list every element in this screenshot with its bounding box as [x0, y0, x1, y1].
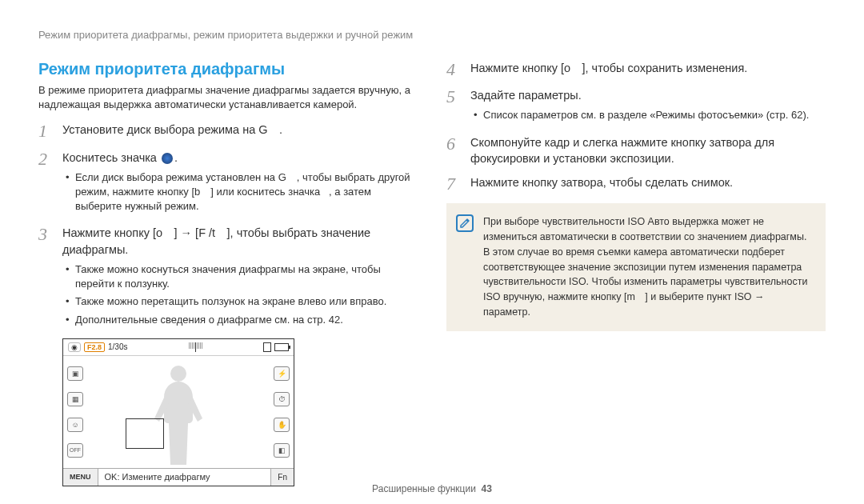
step-7: 7 Нажмите кнопку затвора, чтобы сделать …: [446, 174, 826, 194]
metering-icon: ◧: [274, 443, 290, 458]
camera-lcd-mockup: ◉ F2.8 1/30s ▣ ▦ ☺ OFF: [62, 338, 294, 486]
aperture-value: F2.8: [84, 342, 105, 352]
note-text: При выборе чувствительности ISO Авто выд…: [483, 214, 813, 319]
step-text-post: .: [174, 151, 178, 164]
step-2: 2 Коснитесь значка . Если диск выбора ре…: [38, 150, 418, 218]
step-4: 4 Нажмите кнопку [o ], чтобы сохранить и…: [446, 60, 826, 79]
section-heading: Режим приоритета диафрагмы: [38, 60, 418, 78]
step-3: 3 Нажмите кнопку [o ] → [F /t ], чтобы в…: [38, 225, 418, 330]
step-number: 2: [38, 150, 54, 218]
step-number: 3: [38, 225, 54, 330]
step-text: Задайте параметры. Список параметров см.…: [470, 87, 826, 126]
lcd-viewfinder: [87, 356, 270, 468]
step-subitem: Дополнительные сведения о диафрагме см. …: [66, 313, 418, 327]
step-subitem: Если диск выбора режима установлен на G …: [66, 170, 418, 214]
step-text: Нажмите кнопку [o ], чтобы сохранить изм…: [470, 60, 826, 79]
shutter-value: 1/30s: [108, 342, 127, 351]
step-text: Коснитесь значка . Если диск выбора режи…: [62, 150, 418, 218]
intro-text: В режиме приоритета диафрагмы значение д…: [38, 83, 418, 112]
step-text-pre: Коснитесь значка: [62, 151, 160, 164]
person-silhouette-icon: [146, 362, 210, 466]
step-text: Нажмите кнопку [o ] → [F /t ], чтобы выб…: [62, 225, 418, 330]
face-detect-icon: ☺: [67, 418, 83, 432]
photo-size-icon: ▦: [67, 392, 83, 406]
step-1: 1 Установите диск выбора режима на G .: [38, 122, 418, 141]
page-number: 43: [482, 483, 492, 494]
lcd-left-icons: ▣ ▦ ☺ OFF: [63, 356, 87, 468]
off-toggle-icon: OFF: [67, 443, 83, 458]
drive-mode-icon: ▣: [67, 366, 83, 381]
right-column: 4 Нажмите кнопку [o ], чтобы сохранить и…: [446, 60, 826, 486]
lcd-top-bar: ◉ F2.8 1/30s: [63, 339, 294, 356]
card-icon: [263, 342, 271, 352]
mode-icon: [162, 153, 173, 164]
info-note: При выборе чувствительности ISO Авто выд…: [446, 203, 826, 330]
step-text-main: Задайте параметры.: [470, 89, 582, 102]
note-pencil-icon: [456, 214, 474, 232]
timer-icon: ⏱: [274, 392, 290, 406]
breadcrumb: Режим приоритета диафрагмы, режим приори…: [38, 29, 826, 41]
step-number: 1: [38, 122, 54, 141]
step-text: Нажмите кнопку затвора, чтобы сделать сн…: [470, 174, 826, 194]
mode-badge-icon: ◉: [68, 342, 81, 352]
step-5: 5 Задайте параметры. Список параметров с…: [446, 87, 826, 126]
step-text: Установите диск выбора режима на G .: [62, 122, 418, 141]
page-footer: Расширенные функции 43: [0, 483, 864, 494]
svg-point-0: [170, 366, 186, 382]
step-6: 6 Скомпонуйте кадр и слегка нажмите кноп…: [446, 134, 826, 167]
step-subitem: Список параметров см. в разделе «Режимы …: [474, 108, 826, 122]
step-subitem: Также можно коснуться значения диафрагмы…: [66, 262, 418, 291]
exposure-scale-icon: [130, 342, 260, 352]
left-column: Режим приоритета диафрагмы В режиме прио…: [38, 60, 418, 486]
footer-section: Расширенные функции: [372, 483, 476, 494]
step-number: 4: [446, 60, 462, 79]
step-text: Скомпонуйте кадр и слегка нажмите кнопку…: [470, 134, 826, 167]
step-number: 6: [446, 134, 462, 167]
step-number: 7: [446, 174, 462, 194]
step-subitem: Также можно перетащить ползунок на экран…: [66, 294, 418, 309]
focus-frame-icon: [126, 418, 164, 449]
step-text-main: Нажмите кнопку [o ] → [F /t ], чтобы выб…: [62, 226, 370, 255]
step-number: 5: [446, 87, 462, 126]
stabilizer-icon: ✋: [274, 418, 290, 432]
subitem-text: Если диск выбора режима установлен на G …: [75, 171, 410, 212]
flash-mode-icon: ⚡: [274, 366, 290, 381]
lcd-right-icons: ⚡ ⏱ ✋ ◧: [270, 356, 294, 468]
battery-icon: [274, 343, 289, 351]
